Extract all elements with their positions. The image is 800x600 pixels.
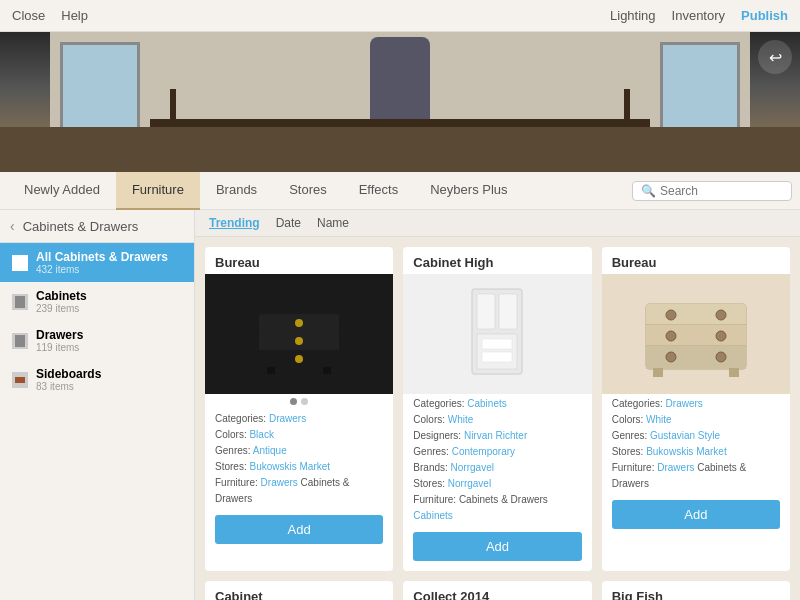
breadcrumb-label: Cabinets & Drawers [23, 219, 139, 234]
card-meta: Categories: Drawers Colors: White Genres… [602, 394, 790, 494]
topbar: Close Help Lighting Inventory Publish [0, 0, 800, 32]
card-dots [205, 394, 393, 409]
genre-link[interactable]: Antique [253, 445, 287, 456]
furniture-link[interactable]: Drawers [657, 462, 694, 473]
card-collect-2014: Collect 2014 [403, 581, 591, 600]
store-link[interactable]: Bukowskis Market [249, 461, 330, 472]
navtabs: Newly Added Furniture Brands Stores Effe… [0, 172, 800, 210]
cabinets-text: Cabinets 239 items [36, 289, 182, 314]
card-title: Collect 2014 [403, 581, 591, 600]
drawers-icon [12, 333, 28, 349]
coat-rack [370, 37, 430, 127]
close-button[interactable]: Close [12, 8, 45, 23]
category-link[interactable]: Drawers [666, 398, 703, 409]
svg-rect-7 [267, 367, 275, 374]
tab-effects[interactable]: Effects [343, 172, 415, 210]
help-button[interactable]: Help [61, 8, 88, 23]
svg-rect-20 [646, 346, 746, 369]
cabinets-icon [12, 294, 28, 310]
card-title: Cabinet High [403, 247, 591, 274]
store-link[interactable]: Norrgavel [448, 478, 491, 489]
sidebar-item-cabinets[interactable]: Cabinets 239 items [0, 282, 194, 321]
floor [0, 127, 800, 172]
sideboards-text: Sideboards 83 items [36, 367, 182, 392]
card-cabinet: Cabinet [205, 581, 393, 600]
inventory-button[interactable]: Inventory [672, 8, 725, 23]
add-bureau-black-button[interactable]: Add [215, 515, 383, 544]
furniture-link[interactable]: Drawers [261, 477, 298, 488]
sideboards-icon [12, 372, 28, 388]
all-cabinets-icon [12, 255, 28, 271]
color-link[interactable]: Black [249, 429, 273, 440]
svg-point-5 [295, 337, 303, 345]
sortbar: Trending Date Name [195, 210, 800, 237]
color-link[interactable]: White [646, 414, 672, 425]
tab-furniture[interactable]: Furniture [116, 172, 200, 210]
category-link[interactable]: Cabinets [467, 398, 506, 409]
publish-button[interactable]: Publish [741, 8, 788, 23]
sort-date[interactable]: Date [276, 216, 301, 230]
svg-rect-13 [482, 339, 512, 349]
table [150, 119, 650, 127]
svg-rect-14 [482, 352, 512, 362]
svg-rect-18 [646, 325, 746, 346]
back-arrow-icon: ‹ [10, 218, 15, 234]
add-bureau-cream-button[interactable]: Add [612, 500, 780, 529]
content-area: Trending Date Name Bureau [195, 210, 800, 600]
add-cabinet-high-button[interactable]: Add [413, 532, 581, 561]
genre-link[interactable]: Gustavian Style [650, 430, 720, 441]
dot-2 [301, 398, 308, 405]
svg-point-4 [295, 319, 303, 327]
lighting-button[interactable]: Lighting [610, 8, 656, 23]
svg-rect-8 [323, 367, 331, 374]
card-cabinet-high: Cabinet High Categories: Cabinets [403, 247, 591, 571]
card-bureau-cream: Bureau [602, 247, 790, 571]
sidebar-item-sideboards[interactable]: Sideboards 83 items [0, 360, 194, 399]
brand-link[interactable]: Norrgavel [451, 462, 494, 473]
svg-rect-27 [653, 368, 663, 377]
tab-newly-added[interactable]: Newly Added [8, 172, 116, 210]
sort-trending[interactable]: Trending [209, 216, 260, 230]
hero-scene [0, 32, 800, 172]
svg-point-24 [716, 331, 726, 341]
svg-point-23 [666, 331, 676, 341]
content-wrapper: Bureau [195, 237, 800, 600]
search-input[interactable] [660, 184, 790, 198]
avatar-button[interactable]: ↩ [758, 40, 792, 74]
svg-rect-16 [646, 304, 746, 325]
svg-rect-11 [499, 294, 517, 329]
tab-brands[interactable]: Brands [200, 172, 273, 210]
main-area: ‹ Cabinets & Drawers All Cabinets & Draw… [0, 210, 800, 600]
card-bureau-black: Bureau [205, 247, 393, 571]
svg-point-21 [666, 310, 676, 320]
search-box[interactable]: 🔍 [632, 181, 792, 201]
hero-area: ↩ [0, 32, 800, 172]
store-link[interactable]: Bukowskis Market [646, 446, 727, 457]
category-link[interactable]: Drawers [269, 413, 306, 424]
designer-link[interactable]: Nirvan Richter [464, 430, 527, 441]
sidebar-breadcrumb[interactable]: ‹ Cabinets & Drawers [0, 210, 194, 243]
card-title: Bureau [205, 247, 393, 274]
drawers-text: Drawers 119 items [36, 328, 182, 353]
svg-point-26 [716, 352, 726, 362]
color-link[interactable]: White [448, 414, 474, 425]
table-leg-left [170, 89, 176, 119]
genre-link[interactable]: Contemporary [452, 446, 515, 457]
card-title: Cabinet [205, 581, 393, 600]
svg-rect-10 [477, 294, 495, 329]
tab-neybers-plus[interactable]: Neybers Plus [414, 172, 523, 210]
card-meta: Categories: Drawers Colors: Black Genres… [205, 409, 393, 509]
furniture-link[interactable]: Cabinets [413, 510, 452, 521]
sort-name[interactable]: Name [317, 216, 349, 230]
card-image [602, 274, 790, 394]
sidebar-item-all[interactable]: All Cabinets & Drawers 432 items [0, 243, 194, 282]
sidebar-item-drawers[interactable]: Drawers 119 items [0, 321, 194, 360]
card-image [403, 274, 591, 394]
card-image [205, 274, 393, 394]
search-icon: 🔍 [641, 184, 656, 198]
tab-stores[interactable]: Stores [273, 172, 343, 210]
sidebar: ‹ Cabinets & Drawers All Cabinets & Draw… [0, 210, 195, 600]
svg-point-25 [666, 352, 676, 362]
card-meta: Categories: Cabinets Colors: White Desig… [403, 394, 591, 526]
topbar-right: Lighting Inventory Publish [610, 8, 788, 23]
